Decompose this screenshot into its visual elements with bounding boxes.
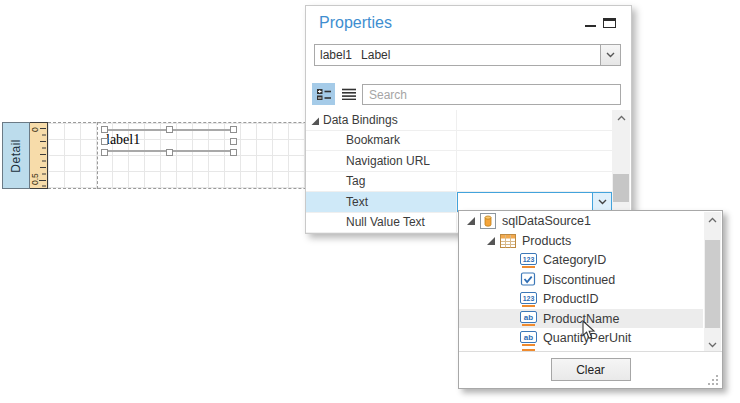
number-field-icon: 123 [520,292,537,307]
scrollbar-thumb[interactable] [613,174,629,202]
resize-handle-bottom-center[interactable] [166,149,173,156]
scrollbar-thumb[interactable] [705,240,720,328]
scroll-up-icon[interactable] [612,110,630,126]
resize-handle-bottom-right[interactable] [230,149,237,156]
text-field-icon: ab [520,311,537,326]
tree-node-label: Discontinued [543,273,615,287]
object-selector-combobox[interactable]: label1Label [314,44,621,66]
chevron-down-icon [606,52,615,58]
property-label: Tag [306,172,457,192]
report-designer-screen: Detail 0 0.5 label1 [0,0,740,403]
resize-handle-top-right[interactable] [230,126,237,133]
expanded-expander-icon[interactable] [466,216,476,226]
category-value-cell [457,110,612,130]
label-control-text: label1 [106,132,140,148]
category-row-data-bindings[interactable]: Data Bindings [306,110,612,131]
expanded-expander-icon[interactable] [486,236,496,246]
database-icon [480,213,496,229]
property-value-cell[interactable] [457,172,612,192]
svg-text:ab: ab [524,333,533,342]
alphabetical-view-icon [342,88,356,100]
object-selector-value: label1Label [320,48,390,62]
ruler-label-0: 0 [30,127,40,132]
resize-grip-icon[interactable] [708,374,719,385]
resize-handle-middle-left[interactable] [101,138,108,145]
property-label: Text [306,192,457,212]
boolean-field-icon [520,272,537,287]
ruler-ticks: 0 0.5 [30,123,46,188]
property-row-navigation-url[interactable]: Navigation URL [306,151,612,172]
scroll-down-icon[interactable] [704,337,721,352]
property-label: Bookmark [306,131,457,151]
collapse-expander-icon[interactable] [311,117,320,126]
field-tree: sqlDataSource1 Products [459,211,703,352]
tree-node-sqldatasource1[interactable]: sqlDataSource1 [459,211,703,231]
mouse-cursor-icon [582,320,596,340]
vertical-ruler: 0 0.5 [30,122,48,189]
property-value-cell[interactable] [457,151,612,171]
category-label: Data Bindings [306,110,457,130]
tree-node-productname[interactable]: ab ProductName [459,309,703,329]
field-list-popup: sqlDataSource1 Products [458,210,723,389]
popup-footer: Clear [459,351,722,388]
object-selector-dropdown-button[interactable] [600,45,620,65]
number-field-icon: 123 [520,253,537,268]
chevron-down-icon [598,199,607,205]
properties-panel: Properties label1Label [305,5,632,234]
tree-node-discontinued[interactable]: Discontinued [459,270,703,290]
property-label: Navigation URL [306,151,457,171]
band-snap-divider [97,122,98,189]
scroll-up-icon[interactable] [704,212,721,227]
tree-node-quantityperunit[interactable]: ab QuantityPerUnit [459,328,703,348]
svg-text:ab: ab [524,313,533,322]
property-label: Null Value Text [306,213,457,233]
categorized-view-button[interactable] [312,83,335,105]
clear-button[interactable]: Clear [551,358,631,381]
tree-node-categoryid[interactable]: 123 CategoryID [459,250,703,270]
property-row-bookmark[interactable]: Bookmark [306,131,612,152]
ruler-label-05: 0.5 [30,173,40,185]
text-binding-dropdown-button[interactable] [592,193,611,211]
properties-panel-title: Properties [319,14,392,32]
detail-band-header[interactable]: Detail [2,122,30,189]
field-tree-scrollbar[interactable] [704,212,721,352]
resize-handle-middle-right[interactable] [230,138,237,145]
search-input[interactable] [363,86,620,105]
resize-handle-top-left[interactable] [101,126,108,133]
property-row-tag[interactable]: Tag [306,172,612,193]
tree-node-label: ProductID [543,292,599,306]
text-property-editor[interactable] [457,192,612,212]
alphabetical-view-button[interactable] [337,83,360,105]
minimize-icon[interactable] [585,25,596,27]
property-search-box [362,84,621,105]
label-control[interactable]: label1 [104,129,235,152]
property-value-cell[interactable] [457,131,612,151]
tree-node-productid[interactable]: 123 ProductID [459,289,703,309]
resize-handle-bottom-left[interactable] [101,149,108,156]
tree-node-label: CategoryID [543,253,606,267]
maximize-icon[interactable] [603,18,616,28]
tree-node-label: Products [522,234,571,248]
svg-text:123: 123 [523,256,535,263]
tree-node-products[interactable]: Products [459,231,703,251]
table-icon [500,234,516,248]
tree-node-label: sqlDataSource1 [502,214,591,228]
resize-handle-top-center[interactable] [166,126,173,133]
detail-band-label: Detail [9,139,23,173]
categorized-view-icon [317,88,331,100]
text-field-icon: ab [520,331,537,346]
svg-text:123: 123 [523,295,535,302]
